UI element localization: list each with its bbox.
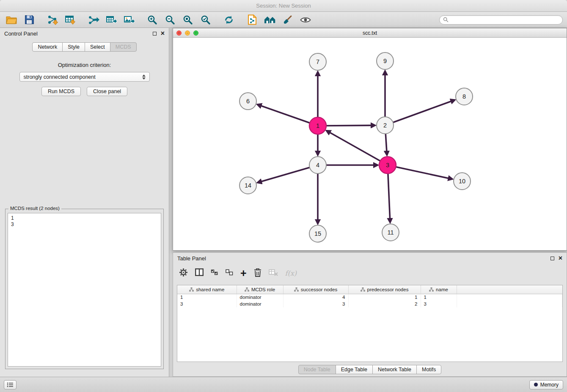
graph-edge-2-8[interactable] xyxy=(385,100,454,125)
svg-text:2: 2 xyxy=(383,122,387,129)
tab-network[interactable]: Network xyxy=(32,42,63,52)
window-title: Session: New Session xyxy=(256,3,311,9)
network-canvas[interactable]: 7968124314101511 xyxy=(173,38,567,250)
save-session-button[interactable] xyxy=(22,14,36,26)
zoom-window-icon[interactable]: + xyxy=(193,30,198,36)
apply-style-button[interactable] xyxy=(281,14,295,26)
delete-table-button[interactable] xyxy=(269,269,278,278)
column-header-MCDS-role[interactable]: MCDS role xyxy=(237,285,283,294)
graph-node-1[interactable]: 1 xyxy=(309,117,326,134)
memory-button[interactable]: Memory xyxy=(529,380,563,389)
tab-style[interactable]: Style xyxy=(62,42,85,52)
search-input[interactable] xyxy=(451,17,559,23)
zoom-selected-button[interactable] xyxy=(198,14,213,26)
show-hide-graphics-button[interactable] xyxy=(298,14,313,26)
graph-node-2[interactable]: 2 xyxy=(377,117,394,134)
sort-icon xyxy=(189,287,194,292)
mcds-result-box: MCDS result (2 nodes) 13 xyxy=(5,209,164,369)
import-network-button[interactable] xyxy=(45,14,60,26)
graph-node-6[interactable]: 6 xyxy=(239,93,256,110)
import-table-button[interactable] xyxy=(63,14,77,26)
optimization-dropdown[interactable]: strongly connected component xyxy=(19,72,150,82)
table-tab-motifs[interactable]: Motifs xyxy=(416,365,441,374)
add-column-button[interactable]: + xyxy=(240,268,247,278)
open-file-button[interactable] xyxy=(4,14,19,26)
zoom-out-button[interactable] xyxy=(163,14,177,26)
graph-node-8[interactable]: 8 xyxy=(456,88,473,105)
status-menu-button[interactable] xyxy=(4,380,17,389)
export-network-button[interactable] xyxy=(86,14,101,26)
close-panel-button[interactable]: Close panel xyxy=(87,87,127,96)
run-mcds-button[interactable]: Run MCDS xyxy=(41,87,81,96)
paint-brush-icon xyxy=(283,15,293,25)
table-panel-title: Table Panel xyxy=(177,255,206,262)
sort-icon xyxy=(245,287,249,292)
export-network-icon xyxy=(88,15,99,25)
sort-icon xyxy=(294,287,299,292)
table-cell: 3 xyxy=(177,301,237,307)
graph-node-14[interactable]: 14 xyxy=(239,177,256,194)
network-from-page-button[interactable] xyxy=(245,14,259,26)
network-window-titlebar[interactable]: × − + scc.txt xyxy=(173,28,567,38)
svg-text:6: 6 xyxy=(246,98,250,105)
zoom-out-icon xyxy=(165,15,175,25)
float-control-panel-icon[interactable] xyxy=(153,32,157,36)
tab-select[interactable]: Select xyxy=(85,42,110,52)
table-panel-header: Table Panel × xyxy=(173,253,567,264)
graph-node-11[interactable]: 11 xyxy=(382,224,399,241)
graph-node-10[interactable]: 10 xyxy=(454,173,471,190)
show-columns-button[interactable] xyxy=(195,268,204,278)
svg-text:8: 8 xyxy=(462,93,466,100)
svg-text:1: 1 xyxy=(316,122,319,129)
refresh-button[interactable] xyxy=(222,14,236,26)
delete-column-button[interactable] xyxy=(254,268,261,279)
tab-mcds[interactable]: MCDS xyxy=(110,42,137,52)
export-image-button[interactable] xyxy=(122,14,136,26)
search-box[interactable] xyxy=(439,15,563,25)
table-cell: 4 xyxy=(283,294,348,301)
svg-text:11: 11 xyxy=(387,229,394,236)
svg-text:3: 3 xyxy=(386,162,389,168)
graph-node-7[interactable]: 7 xyxy=(309,53,326,70)
column-header-name[interactable]: name xyxy=(421,285,457,294)
memory-dot-icon xyxy=(534,383,538,386)
save-icon xyxy=(25,15,34,25)
deselect-all-columns-button[interactable] xyxy=(226,269,233,277)
minimize-window-icon[interactable]: − xyxy=(185,30,190,36)
table-tab-edge-table[interactable]: Edge Table xyxy=(336,365,373,374)
close-control-panel-icon[interactable]: × xyxy=(161,31,165,36)
column-header-shared-name[interactable]: shared name xyxy=(177,285,237,294)
import-table-icon xyxy=(65,15,76,25)
graph-node-4[interactable]: 4 xyxy=(309,157,326,174)
graph-edge-4-14[interactable] xyxy=(258,165,318,182)
table-tab-network-table[interactable]: Network Table xyxy=(372,365,417,374)
graph-node-3[interactable]: 3 xyxy=(379,157,396,174)
column-header-successor-nodes[interactable]: successor nodes xyxy=(283,285,348,294)
table-tabs: Node TableEdge TableNetwork TableMotifs xyxy=(173,365,567,374)
select-all-columns-button[interactable] xyxy=(211,269,218,277)
float-table-panel-icon[interactable] xyxy=(550,257,554,260)
svg-text:9: 9 xyxy=(383,58,387,64)
sort-icon xyxy=(361,287,365,292)
table-tab-node-table[interactable]: Node Table xyxy=(298,365,336,374)
graph-node-15[interactable]: 15 xyxy=(309,225,326,242)
main-toolbar xyxy=(0,12,567,28)
zoom-in-button[interactable] xyxy=(145,14,160,26)
close-table-panel-icon[interactable]: × xyxy=(559,256,562,261)
zoom-fit-button[interactable] xyxy=(181,14,195,26)
function-builder-button[interactable]: f(x) xyxy=(285,269,297,277)
show-neighbors-button[interactable] xyxy=(263,14,277,26)
table-settings-button[interactable] xyxy=(179,268,188,279)
import-network-icon xyxy=(47,15,58,25)
zoom-in-icon xyxy=(147,15,157,25)
graph-edge-3-10[interactable] xyxy=(388,165,452,179)
application-window: Session: New Session xyxy=(0,0,567,392)
column-header-predecessor-nodes[interactable]: predecessor nodes xyxy=(348,285,421,294)
graph-edge-1-6[interactable] xyxy=(258,105,318,126)
graph-edge-3-1[interactable] xyxy=(327,131,388,165)
graph-node-9[interactable]: 9 xyxy=(377,52,394,69)
close-window-icon[interactable]: × xyxy=(176,30,182,36)
table-row[interactable]: 1dominator411 xyxy=(177,294,562,301)
table-row[interactable]: 3dominator323 xyxy=(177,301,562,307)
export-table-button[interactable] xyxy=(104,14,118,26)
